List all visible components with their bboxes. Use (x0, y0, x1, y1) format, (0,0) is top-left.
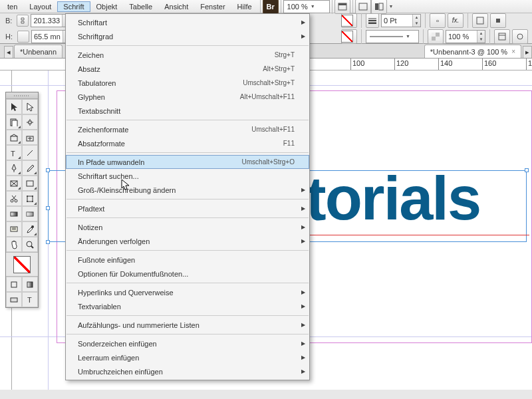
scissors-tool[interactable] (6, 191, 22, 206)
apply-gradient-icon[interactable] (22, 277, 38, 292)
fill-none-icon[interactable] (341, 15, 353, 27)
menu-item-label: Tabulatoren (78, 79, 116, 87)
gradient-feather-tool[interactable] (22, 206, 38, 221)
menu-item[interactable]: Hyperlinks und Querverweise▶ (66, 285, 309, 299)
stroke-weight-icon[interactable] (366, 13, 379, 28)
stroke-input[interactable] (382, 15, 412, 27)
content-collector-tool[interactable] (6, 130, 22, 145)
menu-item[interactable]: Aufzählungs- und nummerierte Listen▶ (66, 318, 309, 332)
close-icon[interactable]: × (511, 48, 515, 55)
page-tool[interactable] (6, 114, 22, 130)
menu-item[interactable]: Schriftart▶ (66, 15, 309, 29)
menu-item[interactable]: GlyphenAlt+Umschalt+F11 (66, 90, 309, 104)
menu-ansicht[interactable]: Ansicht (158, 1, 194, 12)
document-tab-2[interactable]: *Unbenannt-3 @ 100 %× (424, 45, 521, 58)
effects-icon[interactable]: ▫ (430, 13, 446, 28)
tab-scroll-left[interactable]: ◂ (4, 46, 13, 58)
menu-item[interactable]: Umbruchzeichen einfügen▶ (66, 364, 309, 378)
menu-hilfe[interactable]: Hilfe (231, 1, 258, 12)
menu-item[interactable]: Leerraum einfügen▶ (66, 350, 309, 364)
menu-item[interactable]: Pfadtext▶ (66, 201, 309, 215)
svg-rect-13 (436, 37, 440, 41)
content-placer-tool[interactable] (22, 130, 38, 145)
menu-layout[interactable]: Layout (23, 1, 57, 12)
stroke-style-dropdown[interactable]: ▼ (366, 30, 419, 43)
menu-item-label: Zeichenformate (78, 126, 128, 134)
menu-item-label: Textabschnitt (78, 107, 120, 115)
wrap-icon-2[interactable] (490, 13, 506, 28)
fx-icon[interactable]: fx. (448, 13, 464, 28)
menu-item[interactable]: ZeichenformateUmschalt+F11 (66, 122, 309, 136)
tab-scroll-right[interactable]: ▸ (523, 46, 532, 58)
menu-item[interactable]: Schriftgrad▶ (66, 29, 309, 43)
separator (260, 0, 261, 14)
menu-item[interactable]: ZeichenStrg+T (66, 48, 309, 62)
menu-schrift[interactable]: Schrift (57, 1, 90, 12)
menu-objekt[interactable]: Objekt (90, 1, 124, 12)
eyedropper-tool[interactable] (22, 221, 38, 237)
submenu-arrow-icon: ▶ (301, 187, 305, 193)
menu-item[interactable]: AbsatzAlt+Strg+T (66, 62, 309, 76)
menu-item[interactable]: ten (1, 1, 23, 12)
document-tab-1[interactable]: *Unbenann (14, 45, 63, 58)
stroke-none-icon[interactable] (341, 31, 353, 43)
submenu-arrow-icon: ▶ (301, 368, 305, 374)
wrap-icon-1[interactable] (472, 13, 488, 28)
fill-stroke-swatch[interactable] (6, 252, 38, 276)
menu-item[interactable]: Sonderzeichen einfügen▶ (66, 336, 309, 350)
menu-item-label: Zeichen (78, 51, 104, 59)
height-label: H: (3, 33, 15, 41)
menu-item[interactable]: Optionen für Dokumentfußnoten... (66, 267, 309, 281)
menu-item[interactable]: In Pfade umwandelnUmschalt+Strg+O (66, 155, 309, 169)
menu-item[interactable]: Textabschnitt (66, 104, 309, 118)
format-text-icon[interactable]: T (22, 292, 38, 307)
wrap-icon-3[interactable] (494, 29, 510, 44)
link-icon[interactable] (17, 15, 29, 27)
selection-tool[interactable] (6, 99, 22, 114)
rectangle-tool[interactable] (22, 176, 38, 191)
link-icon[interactable] (17, 31, 29, 43)
menu-item[interactable]: Schriftart suchen... (66, 169, 309, 183)
panel-grip[interactable] (6, 92, 38, 99)
menu-item[interactable]: Textvariablen▶ (66, 299, 309, 313)
format-container-icon[interactable] (6, 292, 22, 307)
menu-item-label: Pfadtext (78, 205, 104, 213)
gradient-swatch-tool[interactable] (6, 206, 22, 221)
menu-item-label: Glyphen (78, 93, 105, 101)
hand-tool[interactable] (6, 237, 22, 252)
rectangle-frame-tool[interactable] (6, 176, 22, 191)
menu-item[interactable]: Groß-/Kleinschreibung ändern▶ (66, 183, 309, 197)
zoom-tool[interactable] (22, 237, 38, 252)
separator (423, 29, 424, 44)
menu-fenster[interactable]: Fenster (194, 1, 231, 12)
menu-shortcut: F11 (283, 140, 295, 147)
tools-panel: T T (5, 92, 39, 308)
menu-item[interactable]: Änderungen verfolgen▶ (66, 234, 309, 248)
note-tool[interactable] (6, 221, 22, 237)
opacity-input[interactable] (446, 31, 477, 43)
svg-rect-3 (375, 3, 378, 10)
menu-item[interactable]: AbsatzformateF11 (66, 136, 309, 150)
svg-line-46 (31, 246, 33, 248)
zoom-dropdown[interactable]: 100 %▼ (283, 0, 330, 13)
opacity-field[interactable]: ▲▼ (446, 30, 485, 43)
bridge-button[interactable]: Br (263, 0, 279, 14)
menu-item[interactable]: TabulatorenUmschalt+Strg+T (66, 76, 309, 90)
opacity-icon[interactable] (428, 29, 444, 44)
direct-selection-tool[interactable] (22, 99, 38, 114)
pencil-tool[interactable] (22, 160, 38, 176)
svg-point-37 (32, 201, 33, 202)
line-tool[interactable] (22, 145, 38, 160)
pen-tool[interactable] (6, 160, 22, 176)
gap-tool[interactable] (22, 114, 38, 130)
stroke-field[interactable]: ▲▼ (381, 14, 421, 27)
menu-item[interactable]: Notizen▶ (66, 220, 309, 234)
apply-color-icon[interactable] (6, 277, 22, 292)
free-transform-tool[interactable] (22, 191, 38, 206)
type-tool[interactable]: T (6, 145, 22, 160)
width-input[interactable] (31, 15, 62, 27)
menu-tabelle[interactable]: Tabelle (123, 1, 158, 12)
height-input[interactable] (32, 31, 63, 43)
wrap-icon-4[interactable] (512, 29, 528, 44)
ruler-label: 160 (484, 59, 496, 67)
